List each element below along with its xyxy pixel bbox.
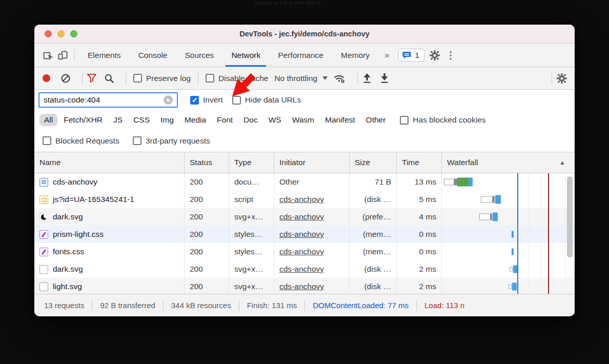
separator <box>82 73 83 84</box>
blocked-requests-toggle[interactable]: Blocked Requests <box>43 136 119 146</box>
tab-elements[interactable]: Elements <box>79 44 130 67</box>
has-blocked-cookies-checkbox[interactable] <box>400 116 409 125</box>
screenshot-stage: { "ambient": { "top_noise": "fhqjjjfig g… <box>0 0 609 364</box>
search-icon[interactable] <box>104 73 114 84</box>
request-initiator[interactable]: cds-anchovy <box>279 247 324 256</box>
chip-wasm[interactable]: Wasm <box>288 114 319 126</box>
request-size: (disk … <box>350 191 397 208</box>
column-header-name[interactable]: Name <box>34 152 185 173</box>
filter-input[interactable]: status-code:404 × <box>38 92 178 108</box>
separator <box>126 73 126 84</box>
record-network-log-button[interactable] <box>43 74 50 82</box>
request-time: 13 ms <box>397 173 442 191</box>
chip-img[interactable]: Img <box>156 114 178 126</box>
export-har-icon[interactable] <box>379 73 390 84</box>
chip-all[interactable]: All <box>39 114 57 126</box>
request-status: 200 <box>185 173 229 191</box>
chip-media[interactable]: Media <box>180 114 211 126</box>
footer-stat: 92 B transferred <box>92 300 164 311</box>
column-header-waterfall[interactable]: Waterfall ▲ <box>442 152 575 173</box>
third-party-requests-checkbox[interactable] <box>133 136 141 145</box>
issues-count: 1 <box>415 51 419 59</box>
request-name: js?id=UA-165345241-1 <box>53 195 134 204</box>
request-size: (disk … <box>350 278 397 294</box>
request-table-body: cds-anchovy 200 docu… Other 71 B 13 ms j… <box>34 173 575 294</box>
request-waterfall <box>442 278 575 294</box>
filter-funnel-icon[interactable] <box>87 73 97 83</box>
preserve-log-toggle[interactable]: Preserve log <box>133 74 191 83</box>
window-title: DevTools - jec.fyi/demo/cds-anchovy <box>34 30 575 38</box>
import-har-icon[interactable] <box>362 73 372 84</box>
table-row[interactable]: dark.svg 200 svg+x… cds-anchovy (disk … … <box>34 260 575 278</box>
blocked-requests-checkbox[interactable] <box>43 136 51 145</box>
column-header-status[interactable]: Status <box>185 152 229 173</box>
inspect-element-icon[interactable] <box>42 48 56 63</box>
chip-doc[interactable]: Doc <box>239 114 262 126</box>
preserve-log-checkbox[interactable] <box>133 74 142 83</box>
request-initiator[interactable]: cds-anchovy <box>279 230 324 239</box>
settings-gear-icon[interactable] <box>428 48 442 63</box>
chip-js[interactable]: JS <box>109 114 127 126</box>
request-initiator[interactable]: cds-anchovy <box>279 265 324 274</box>
table-row[interactable]: light.svg 200 svg+x… cds-anchovy (disk …… <box>34 278 575 294</box>
table-row[interactable]: dark.svg 200 svg+x… cds-anchovy (prefe… … <box>34 208 575 226</box>
clear-filter-icon[interactable]: × <box>164 95 173 105</box>
request-status: 200 <box>185 260 229 278</box>
column-header-size[interactable]: Size <box>350 152 397 173</box>
devtools-window: DevTools - jec.fyi/demo/cds-anchovy <box>34 25 575 316</box>
chip-css[interactable]: CSS <box>129 114 154 126</box>
chip-font[interactable]: Font <box>212 114 237 126</box>
column-header-time[interactable]: Time <box>397 152 442 173</box>
more-tabs-icon[interactable]: » <box>378 50 395 60</box>
request-type: svg+x… <box>229 260 274 278</box>
request-time: 0 ms <box>397 243 442 260</box>
request-waterfall <box>442 226 575 243</box>
chip-fetch-xhr[interactable]: Fetch/XHR <box>59 114 107 126</box>
invert-checkbox[interactable] <box>190 96 199 105</box>
request-name: dark.svg <box>53 265 83 274</box>
invert-toggle[interactable]: Invert <box>190 95 223 105</box>
has-blocked-cookies-label: Has blocked cookies <box>413 115 485 125</box>
issues-button[interactable]: 1 <box>398 49 424 62</box>
request-size: (mem… <box>350 226 397 243</box>
overflow-menu-icon[interactable]: ⋮ <box>442 49 460 61</box>
footer-stat: Load: 113 n <box>417 300 472 311</box>
column-header-type[interactable]: Type <box>229 152 274 173</box>
chat-bubble-icon <box>402 51 412 59</box>
request-initiator[interactable]: cds-anchovy <box>279 195 324 204</box>
has-blocked-cookies-toggle[interactable]: Has blocked cookies <box>400 115 485 125</box>
request-name: light.svg <box>53 282 82 291</box>
table-row[interactable]: js?id=UA-165345241-1 200 script cds-anch… <box>34 191 575 208</box>
request-name: fonts.css <box>53 247 84 256</box>
table-row[interactable]: prism-light.css 200 styles… cds-anchovy … <box>34 226 575 243</box>
tab-sources[interactable]: Sources <box>176 44 223 67</box>
table-row[interactable]: cds-anchovy 200 docu… Other 71 B 13 ms <box>34 173 575 191</box>
request-initiator[interactable]: cds-anchovy <box>279 212 324 221</box>
request-initiator[interactable]: Other <box>279 177 299 187</box>
tab-performance[interactable]: Performance <box>269 44 332 67</box>
disable-cache-checkbox[interactable] <box>206 74 214 83</box>
device-toolbar-icon[interactable] <box>56 48 70 63</box>
chip-other[interactable]: Other <box>361 114 391 126</box>
waterfall-gridline <box>553 173 554 294</box>
filter-row: status-code:404 × Invert Hide data URLs <box>34 90 575 110</box>
footer-stat: DOMContentLoaded: 77 ms <box>305 300 417 311</box>
network-conditions-icon[interactable] <box>333 73 346 84</box>
request-waterfall <box>442 243 575 260</box>
tab-console[interactable]: Console <box>130 44 176 67</box>
chip-ws[interactable]: WS <box>264 114 286 126</box>
vertical-scrollbar[interactable] <box>567 176 573 257</box>
panel-tabs: ElementsConsoleSourcesNetworkPerformance… <box>79 44 378 67</box>
column-header-initiator[interactable]: Initiator <box>274 152 350 173</box>
throttling-dropdown[interactable]: No throttling <box>274 74 328 83</box>
chip-manifest[interactable]: Manifest <box>320 114 360 126</box>
request-type: styles… <box>229 243 274 260</box>
tab-network[interactable]: Network <box>222 44 269 67</box>
clear-network-log-icon[interactable] <box>60 73 71 84</box>
table-row[interactable]: fonts.css 200 styles… cds-anchovy (mem… … <box>34 243 575 260</box>
network-settings-gear-icon[interactable] <box>556 73 567 84</box>
third-party-requests-toggle[interactable]: 3rd-party requests <box>133 136 210 146</box>
request-initiator[interactable]: cds-anchovy <box>279 282 324 291</box>
load-event-line <box>548 173 549 294</box>
tab-memory[interactable]: Memory <box>332 44 378 67</box>
